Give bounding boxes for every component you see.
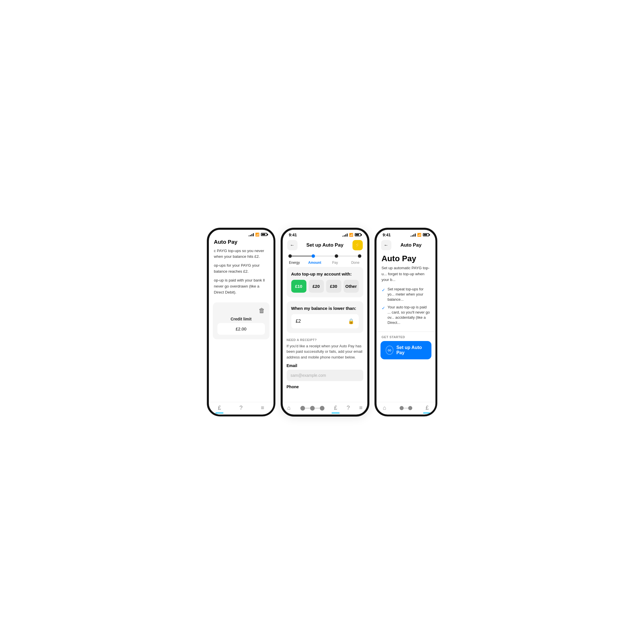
signal-icon [249, 233, 254, 236]
back-arrow-icon: ← [290, 243, 295, 248]
menu-icon: ≡ [261, 405, 264, 411]
left-phone: 📶 Auto Pay c PAYG top-ups so you never w… [207, 228, 276, 417]
right-wifi-icon: 📶 [417, 233, 421, 237]
right-tab-home[interactable]: ⌂ [383, 405, 386, 411]
right-back-arrow-icon: ← [384, 243, 389, 248]
receipt-section: NEED A RECEIPT? If you'd like a receipt … [287, 337, 363, 393]
right-tab-payments[interactable]: £ [426, 405, 429, 411]
center-tab-help[interactable]: ? [347, 405, 350, 411]
check-list: ✓ Set repeat top-ups for yo... meter whe… [377, 287, 435, 332]
amount-btn-20[interactable]: £20 [309, 280, 324, 293]
step-line-2 [315, 256, 335, 256]
right-status-bar: 9:41 📶 [377, 230, 435, 238]
right-signal-icon [411, 233, 416, 237]
left-tab-payments[interactable]: £ [218, 405, 221, 411]
center-tab-payments[interactable]: £ [334, 405, 337, 411]
center-battery-icon [355, 233, 361, 236]
center-tab-menu[interactable]: ≡ [359, 405, 362, 411]
home-icon: ⌂ [287, 405, 291, 411]
left-status-bar: 📶 [209, 230, 274, 238]
right-subtitle: Set up automatic PAYG top-u... forget to… [377, 265, 435, 287]
left-tab-menu[interactable]: ≡ [261, 405, 264, 411]
center-nav-title: Set up Auto Pay [298, 242, 352, 248]
credit-limit-label: Credit limit [231, 317, 251, 321]
left-page-title: Auto Pay [214, 239, 237, 245]
step-label-done: Done [348, 261, 363, 265]
trash-icon[interactable]: 🗑 [259, 307, 265, 314]
lock-icon: 🔒 [348, 318, 354, 324]
right-tab-activity[interactable]: ⬤—⬤ [399, 405, 413, 410]
check-item-2-text: Your auto top-up is paid ... card, so yo… [388, 305, 430, 326]
balance-value: £2 [296, 319, 301, 324]
amount-grid: £10 £20 £30 Other [291, 280, 359, 293]
center-tab-activity[interactable]: ⬤—⬤—⬤ [300, 405, 325, 411]
step-label-amount: Amount [307, 261, 323, 265]
step-line-1 [292, 256, 312, 256]
step-dot-amount [312, 254, 315, 258]
right-activity-icon: ⬤—⬤ [399, 405, 413, 410]
amount-card: Auto top-up my account with: £10 £20 £30… [287, 267, 363, 297]
get-started-label: GET STARTED [377, 332, 435, 341]
center-phone: 9:41 📶 ← Set up Auto Pay ⚡ [281, 228, 369, 417]
checkmark-icon-2: ✓ [382, 305, 385, 311]
center-wifi-icon: 📶 [349, 233, 353, 237]
credit-limit-card: 🗑 Credit limit £2.00 [213, 302, 270, 339]
center-status-bar: 9:41 📶 [283, 230, 367, 238]
center-back-button[interactable]: ← [287, 240, 298, 250]
amount-btn-10[interactable]: £10 [291, 280, 306, 293]
right-back-button[interactable]: ← [381, 240, 391, 250]
payments-icon: £ [334, 405, 337, 411]
step-dot-done [358, 254, 361, 258]
right-payments-icon: £ [426, 405, 429, 411]
left-tab-help[interactable]: ? [239, 405, 243, 411]
check-item-1-text: Set repeat top-ups for yo... meter when … [388, 287, 430, 302]
center-content: Auto top-up my account with: £10 £20 £30… [283, 267, 367, 402]
right-phone: 9:41 📶 ← Auto Pay Auto Pay Set up automa… [374, 228, 437, 417]
email-input[interactable]: sam@example.com [287, 370, 363, 381]
check-item-1: ✓ Set repeat top-ups for yo... meter whe… [382, 287, 430, 302]
center-tab-home[interactable]: ⌂ [287, 405, 291, 411]
step-line-3 [338, 256, 358, 256]
payments-icon: £ [218, 405, 221, 411]
right-tab-bar: ⌂ ⬤—⬤ £ [377, 402, 435, 415]
battery-icon [261, 233, 267, 236]
step-dot-energy [288, 254, 292, 258]
amount-card-title: Auto top-up my account with: [291, 272, 359, 276]
center-signal-icon [342, 233, 348, 237]
amount-btn-other[interactable]: Other [344, 280, 359, 293]
amount-btn-30[interactable]: £30 [326, 280, 341, 293]
autopay-btn-label: Set up Auto Pay [396, 345, 426, 355]
center-nav-header: ← Set up Auto Pay ⚡ [283, 238, 367, 253]
right-home-icon: ⌂ [383, 405, 386, 411]
right-nav-header: ← Auto Pay [377, 238, 435, 253]
balance-card-title: When my balance is lower than: [291, 306, 359, 311]
autopay-btn-icon: ∞ [386, 346, 394, 355]
step-label-energy: Energy [287, 261, 302, 265]
help-icon: ? [347, 405, 350, 411]
step-dot-pay [335, 254, 338, 258]
scene: 📶 Auto Pay c PAYG top-ups so you never w… [195, 216, 449, 428]
center-action-button[interactable]: ⚡ [352, 240, 363, 250]
right-nav-title: Auto Pay [391, 242, 431, 248]
center-time: 9:41 [289, 233, 297, 237]
right-battery-icon [423, 233, 429, 236]
balance-input-row[interactable]: £2 🔒 [291, 314, 359, 328]
setup-autopay-button[interactable]: ∞ Set up Auto Pay [381, 341, 431, 359]
activity-icon: ⬤—⬤—⬤ [300, 405, 325, 411]
step-label-pay: Pay [327, 261, 343, 265]
stepper-labels: Energy Amount Pay Done [283, 261, 367, 267]
right-main-title: Auto Pay [377, 253, 435, 265]
left-body-text: c PAYG top-ups so you never when your ba… [209, 248, 274, 298]
check-item-2: ✓ Your auto top-up is paid ... card, so … [382, 305, 430, 326]
wifi-icon: 📶 [255, 233, 259, 237]
email-field-label: Email [287, 363, 363, 368]
lightning-icon: ⚡ [354, 242, 360, 248]
receipt-desc: If you'd like a receipt when your Auto P… [287, 343, 363, 360]
phone-field-label: Phone [287, 385, 363, 389]
help-icon: ? [239, 405, 243, 411]
center-tab-bar: ⌂ ⬤—⬤—⬤ £ ? ≡ [283, 402, 367, 415]
receipt-label: NEED A RECEIPT? [287, 338, 363, 342]
menu-icon: ≡ [359, 405, 362, 411]
credit-limit-value: £2.00 [217, 323, 265, 335]
left-tab-bar: £ ? ≡ [209, 402, 274, 415]
